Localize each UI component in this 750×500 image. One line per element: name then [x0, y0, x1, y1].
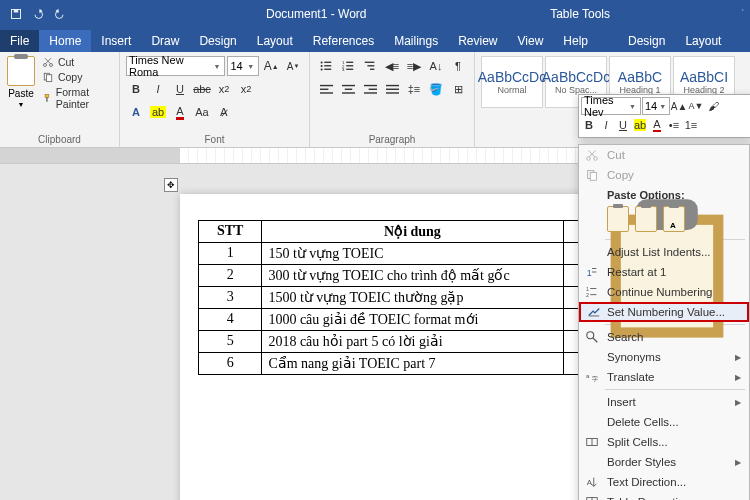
cell-content[interactable]: 2018 câu hỏi part 5 có lời giải — [262, 331, 563, 353]
show-marks-button[interactable]: ¶ — [448, 56, 468, 76]
tab-design[interactable]: Design — [189, 30, 246, 52]
font-name-combo[interactable]: Times New Roma▼ — [126, 56, 225, 76]
text-effects-button[interactable]: A — [126, 102, 146, 122]
cell-stt[interactable]: 2 — [199, 265, 262, 287]
cell-content[interactable]: Cẩm nang giải TOEIC part 7 — [262, 353, 563, 375]
increase-indent-button[interactable]: ≡▶ — [404, 56, 424, 76]
paste-keep-source[interactable] — [607, 206, 629, 232]
save-icon[interactable] — [10, 8, 22, 20]
mini-font-name-combo[interactable]: Times Nev▼ — [581, 97, 641, 115]
context-text-direction[interactable]: AText Direction... — [579, 472, 749, 492]
cell-stt[interactable]: 1 — [199, 243, 262, 265]
italic-button[interactable]: I — [148, 79, 168, 99]
tab-review[interactable]: Review — [448, 30, 507, 52]
context-restart-at-1[interactable]: 1Restart at 1 — [579, 262, 749, 282]
context-continue-numbering[interactable]: 12Continue Numbering — [579, 282, 749, 302]
table-header-content[interactable]: Nội dung — [262, 221, 563, 243]
cell-stt[interactable]: 4 — [199, 309, 262, 331]
style-box[interactable]: AaBbCcDcNormal — [481, 56, 543, 108]
change-case-button[interactable]: Aa — [192, 102, 212, 122]
cell-content[interactable]: 150 từ vựng TOEIC — [262, 243, 563, 265]
mini-font-color[interactable]: A — [649, 117, 665, 133]
cell-stt[interactable]: 6 — [199, 353, 262, 375]
tab-insert[interactable]: Insert — [91, 30, 141, 52]
mini-bold[interactable]: B — [581, 117, 597, 133]
tab-home[interactable]: Home — [39, 30, 91, 52]
format-painter-button[interactable]: Format Painter — [42, 86, 113, 110]
decrease-indent-button[interactable]: ◀≡ — [382, 56, 402, 76]
align-center-button[interactable] — [338, 79, 358, 99]
grow-font-button[interactable]: A▲ — [261, 56, 281, 76]
svg-point-10 — [321, 61, 323, 63]
undo-icon[interactable] — [32, 8, 44, 20]
multilevel-list-button[interactable] — [360, 56, 380, 76]
context-border-styles[interactable]: Border Styles▶ — [579, 452, 749, 472]
context-insert[interactable]: Insert▶ — [579, 392, 749, 412]
cell-content[interactable]: 300 từ vựng TOEIC cho trình độ mất gốc — [262, 265, 563, 287]
mini-numbering[interactable]: 1≡ — [683, 117, 699, 133]
svg-rect-36 — [386, 92, 399, 93]
copy-button[interactable]: Copy — [42, 71, 113, 83]
paste-button[interactable]: Paste ▼ — [6, 56, 36, 110]
tab-draw[interactable]: Draw — [141, 30, 189, 52]
align-left-button[interactable] — [316, 79, 336, 99]
font-size-combo[interactable]: 14▼ — [227, 56, 259, 76]
tab-references[interactable]: References — [303, 30, 384, 52]
context-adjust-indents[interactable]: Adjust List Indents... — [579, 242, 749, 262]
table-header-stt[interactable]: STT — [199, 221, 262, 243]
shading-button[interactable]: 🪣 — [426, 79, 446, 99]
context-cut[interactable]: Cut — [579, 145, 749, 165]
cut-button[interactable]: Cut — [42, 56, 113, 68]
tab-help[interactable]: Help — [553, 30, 598, 52]
line-spacing-button[interactable]: ‡≡ — [404, 79, 424, 99]
tab-file[interactable]: File — [0, 30, 39, 52]
tab-table-design[interactable]: Design — [618, 30, 675, 52]
mini-bullets[interactable]: •≡ — [666, 117, 682, 133]
numbering-button[interactable]: 123 — [338, 56, 358, 76]
context-translate[interactable]: a字Translate▶ — [579, 367, 749, 387]
sort-button[interactable]: A↓ — [426, 56, 446, 76]
cell-stt[interactable]: 3 — [199, 287, 262, 309]
context-synonyms[interactable]: Synonyms▶ — [579, 347, 749, 367]
shrink-font-button[interactable]: A▼ — [283, 56, 303, 76]
mini-underline[interactable]: U — [615, 117, 631, 133]
paste-text-only[interactable]: A — [663, 206, 685, 232]
mini-format-painter[interactable]: 🖌 — [705, 98, 721, 114]
justify-button[interactable] — [382, 79, 402, 99]
cell-content[interactable]: 1000 câu giải đề TOEIC format mới — [262, 309, 563, 331]
subscript-button[interactable]: x2 — [214, 79, 234, 99]
highlight-button[interactable]: ab — [148, 102, 168, 122]
mini-highlight[interactable]: ab — [632, 117, 648, 133]
strikethrough-button[interactable]: abc — [192, 79, 212, 99]
style-sample: AaBbCcDc — [478, 69, 546, 85]
context-search[interactable]: Search — [579, 327, 749, 347]
document-title: Document1 - Word — [266, 7, 366, 21]
font-color-button[interactable]: A — [170, 102, 190, 122]
context-delete-cells[interactable]: Delete Cells... — [579, 412, 749, 432]
tab-view[interactable]: View — [508, 30, 554, 52]
tab-table-layout[interactable]: Layout — [675, 30, 731, 52]
paste-merge[interactable] — [635, 206, 657, 232]
bold-button[interactable]: B — [126, 79, 146, 99]
mini-font-size-combo[interactable]: 14▼ — [642, 97, 670, 115]
cell-stt[interactable]: 5 — [199, 331, 262, 353]
align-right-button[interactable] — [360, 79, 380, 99]
context-table-properties[interactable]: Table Properties... — [579, 492, 749, 500]
tab-layout[interactable]: Layout — [247, 30, 303, 52]
mini-shrink-font[interactable]: A▼ — [688, 98, 704, 114]
context-copy[interactable]: Copy — [579, 165, 749, 185]
context-split-cells[interactable]: Split Cells... — [579, 432, 749, 452]
table-move-handle[interactable]: ✥ — [164, 178, 178, 192]
underline-button[interactable]: U — [170, 79, 190, 99]
context-set-numbering-value[interactable]: Set Numbering Value... — [579, 302, 749, 322]
mini-italic[interactable]: I — [598, 117, 614, 133]
redo-icon[interactable] — [54, 8, 66, 20]
clear-formatting-button[interactable]: A̷ — [214, 102, 234, 122]
superscript-button[interactable]: x2 — [236, 79, 256, 99]
mini-grow-font[interactable]: A▲ — [671, 98, 687, 114]
tell-me-search[interactable]: Tell me what you want to — [731, 0, 750, 52]
bullets-button[interactable] — [316, 56, 336, 76]
tab-mailings[interactable]: Mailings — [384, 30, 448, 52]
cell-content[interactable]: 1500 từ vựng TOEIC thường gặp — [262, 287, 563, 309]
borders-button[interactable]: ⊞ — [448, 79, 468, 99]
